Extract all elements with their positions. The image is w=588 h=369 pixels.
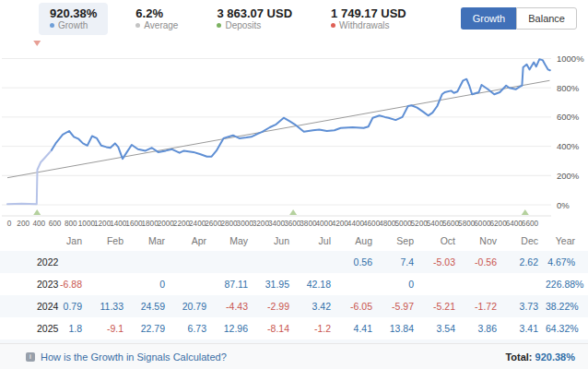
x-tick-label: 1000 [78,220,96,228]
balance-tab-button[interactable]: Balance [516,7,577,30]
month-cell-2023-jun: 31.95 [255,273,297,295]
x-tick-label: 2200 [173,220,191,228]
growth-line-main [52,59,550,159]
growth-dot-icon [50,23,54,28]
year-total-cell-2022: 4.67% [546,251,588,273]
stat-average[interactable]: 6.2% Average [124,3,189,35]
month-cell-2022-feb [89,251,131,273]
year-cell: 2025 [0,317,48,339]
x-tick-label: 1600 [125,220,143,228]
y-tick-label: 0% [557,200,570,210]
x-tick-label: 600 [49,220,62,228]
stat-withdrawals[interactable]: 1 749.17 USD Withdrawals [320,3,417,35]
month-cell-2025-nov: 3.86 [463,317,504,339]
total-summary: Total: 920.38% [505,351,575,363]
x-tick-label: 4800 [379,220,396,228]
x-tick-label: 2800 [220,220,238,228]
month-cell-2022-oct: -5.03 [421,251,463,273]
month-cell-2023-sep: 0 [380,273,421,295]
column-header-aug: Aug [338,231,380,251]
month-cell-2025-feb: -9.1 [89,317,131,339]
x-tick-label: 1400 [110,220,127,228]
year-column-header [0,231,48,251]
column-header-may: May [214,231,255,251]
month-cell-2025-sep: 13.84 [380,317,421,339]
x-tick-label: 3200 [253,220,270,228]
x-tick-label: 1200 [94,220,112,228]
growth-label: Growth [58,20,88,31]
growth-chart-area[interactable]: 0%200%400%600%800%1000%02004006008001000… [0,37,588,231]
deposit-marker-icon[interactable] [522,209,529,215]
average-dot-icon [135,23,140,28]
y-tick-label: 800% [557,83,580,93]
month-cell-2022-jun [255,251,297,273]
column-header-year: Year [546,231,588,251]
x-tick-label: 3400 [268,220,286,228]
column-header-jun: Jun [255,231,297,251]
table-row-2025: 20251.8-9.122.796.7312.96-8.14-1.24.4113… [0,317,588,339]
month-cell-2023-apr [172,273,214,295]
month-cell-2022-aug: 0.56 [338,251,380,273]
x-tick-label: 2400 [189,220,206,228]
table-row-2022: 20220.567.4-5.03-0.562.624.67% [0,251,588,273]
month-cell-2024-aug: -6.05 [338,295,380,317]
month-cell-2024-oct: -5.21 [421,295,463,317]
withdrawals-dot-icon [331,23,335,28]
x-tick-label: 5400 [427,220,444,228]
column-header-jul: Jul [297,231,338,251]
deposit-marker-icon[interactable] [33,209,41,215]
x-tick-label: 4600 [363,220,381,228]
average-value: 6.2% [135,6,178,20]
month-cell-2024-apr: 20.79 [172,295,214,317]
month-cell-2023-dec [504,273,546,295]
column-header-jan: Jan [48,231,89,251]
table-row-2024: 20240.7911.3324.5920.79-4.43-2.993.42-6.… [0,295,588,317]
month-cell-2023-mar: 0 [131,273,172,295]
y-tick-label: 600% [557,112,580,122]
growth-tab-button[interactable]: Growth [461,7,516,30]
chart-mode-toggle: Growth Balance [461,7,577,30]
month-cell-2022-sep: 7.4 [380,251,421,273]
table-header-row: JanFebMarAprMayJunJulAugSepOctNovDecYear [0,231,588,251]
year-total-cell-2025: 64.32% [546,317,588,339]
month-cell-2025-mar: 22.79 [131,317,172,339]
x-tick-label: 200 [17,220,29,228]
x-tick-label: 6400 [506,220,523,228]
stat-deposits[interactable]: 3 863.07 USD Deposits [206,3,303,35]
x-tick-label: 2000 [158,220,175,228]
x-tick-label: 0 [7,220,12,228]
total-label: Total: [505,351,532,363]
trend-line [7,80,549,177]
month-cell-2024-jul: 3.42 [297,295,338,317]
month-cell-2023-feb [89,273,131,295]
growth-help-link[interactable]: i How is the Growth in Signals Calculate… [26,351,227,363]
month-cell-2022-may [214,251,255,273]
deposit-marker-icon[interactable] [289,209,297,215]
month-cell-2024-nov: -1.72 [463,295,504,317]
month-cell-2023-nov [463,273,504,295]
month-cell-2025-oct: 3.54 [421,317,463,339]
growth-chart[interactable]: 0%200%400%600%800%1000%02004006008001000… [0,37,588,231]
year-cell: 2022 [0,251,48,273]
column-header-feb: Feb [89,231,131,251]
x-tick-label: 3800 [300,220,317,228]
withdrawal-marker-icon[interactable] [33,41,41,46]
x-tick-label: 4200 [332,220,349,228]
growth-help-link-label: How is the Growth in Signals Calculated? [41,351,227,363]
stats-strip: 920.38% Growth 6.2% Average 3 863.07 USD… [39,3,417,35]
growth-line-early [7,150,52,205]
footer-bar: i How is the Growth in Signals Calculate… [0,343,588,369]
deposits-dot-icon [217,23,221,28]
month-cell-2023-may: 87.11 [214,273,255,295]
x-tick-label: 1800 [142,220,159,228]
x-tick-label: 3000 [237,220,254,228]
month-cell-2024-sep: -5.97 [380,295,421,317]
x-tick-label: 4000 [315,220,333,228]
month-cell-2023-aug [338,273,380,295]
year-total-cell-2024: 38.22% [546,295,588,317]
month-cell-2022-dec: 2.62 [504,251,546,273]
x-tick-label: 5000 [394,220,412,228]
column-header-dec: Dec [504,231,546,251]
stat-growth[interactable]: 920.38% Growth [39,3,108,35]
x-tick-label: 2600 [205,220,222,228]
